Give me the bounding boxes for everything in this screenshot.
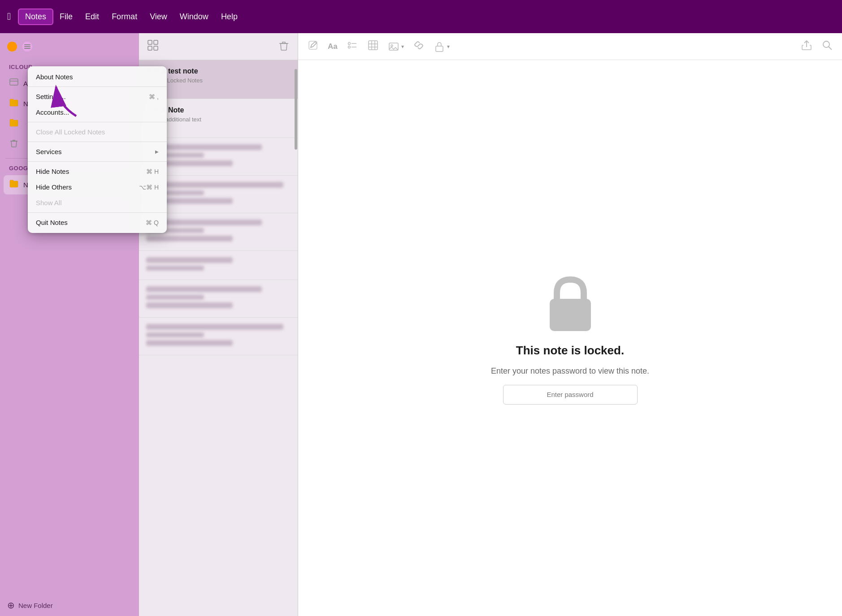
menu-sep-1 [28,86,167,87]
svg-point-12 [348,43,350,45]
svg-rect-8 [148,46,152,50]
font-size-icon[interactable]: Aa [328,42,338,51]
trash-icon [9,138,19,150]
note-detail-body: This note is locked. Enter your notes pa… [298,60,842,616]
menu-item-services[interactable]: Services [28,144,167,159]
svg-point-22 [391,45,393,47]
menubar-file[interactable]: File [53,9,79,24]
table-icon[interactable] [367,39,379,53]
menu-item-settings[interactable]: Settings... ⌘ , [28,89,167,104]
svg-rect-6 [148,40,152,44]
menu-sep-4 [28,161,167,162]
blur-line [146,236,233,241]
gallery-view-button[interactable] [145,38,161,55]
menubar-edit[interactable]: Edit [79,9,105,24]
menu-item-hide-others-label: Hide Others [36,183,72,191]
menubar-window[interactable]: Window [174,9,215,24]
svg-rect-27 [550,299,591,331]
svg-rect-16 [369,41,378,50]
menu-sep-5 [28,212,167,213]
menu-item-hide-notes-shortcut: ⌘ H [146,168,159,175]
blurred-note-5[interactable] [139,280,298,318]
svg-rect-3 [10,79,18,85]
svg-line-26 [829,47,832,50]
svg-line-23 [417,44,420,47]
menu-item-about-label: About Notes [36,73,73,81]
menu-item-settings-shortcut: ⌘ , [149,93,159,100]
note-detail-toolbar: Aa ▾ ▾ [298,33,842,60]
menu-item-hide-others[interactable]: Hide Others ⌥⌘ H [28,179,167,195]
menu-item-accounts-label: Accounts... [36,108,69,116]
quick-note-meta: 02 No additional text [146,116,291,123]
scrollbar-track[interactable] [294,60,298,616]
orange-icon-2[interactable] [22,42,32,52]
menu-item-quit[interactable]: Quit Notes ⌘ Q [28,215,167,230]
menu-item-hide-others-shortcut: ⌥⌘ H [139,184,159,191]
compose-icon[interactable] [307,39,319,53]
blur-line [146,266,204,271]
svg-rect-0 [24,44,30,45]
note-detail: Aa ▾ ▾ [298,33,842,616]
blur-line [146,324,283,330]
checklist-icon[interactable] [347,39,358,53]
svg-rect-7 [154,40,158,44]
blur-line [146,286,262,292]
new-folder-plus-icon: ⊕ [7,600,15,611]
menu-item-settings-label: Settings... [36,93,66,100]
scrollbar-thumb[interactable] [295,69,297,150]
quick-note-folder: Notes [146,124,291,130]
menu-item-close-locked: Close All Locked Notes [28,124,167,140]
selected-note-title: is is a test note [146,67,291,75]
sidebar-toolbar [0,33,139,60]
menubar-format[interactable]: Format [105,9,143,24]
selected-note-folder: Notes [146,85,291,91]
menu-item-hide-notes-label: Hide Notes [36,168,69,175]
blurred-note-6[interactable] [139,318,298,355]
app-container: iCloud All iCloud Notes [0,33,842,616]
search-toolbar-icon[interactable] [821,39,833,53]
menu-item-accounts[interactable]: Accounts... [28,104,167,120]
menu-sep-3 [28,142,167,142]
svg-rect-1 [24,46,30,47]
lock-icon-large [541,272,599,335]
folder2-icon [9,118,19,130]
new-folder-label: New Folder [18,602,53,609]
link-icon[interactable] [413,39,425,53]
blurred-note-4[interactable] [139,251,298,280]
blur-line [146,295,204,300]
new-folder-button[interactable]: ⊕ New Folder [0,594,139,616]
blur-line [146,332,204,337]
blur-line [146,302,233,308]
menu-item-quit-shortcut: ⌘ Q [146,219,159,226]
menu-item-services-label: Services [36,148,62,155]
notes-list-toolbar [139,33,298,60]
apple-menu-icon[interactable]:  [7,11,11,22]
password-input-container[interactable] [503,385,638,405]
password-input[interactable] [514,391,626,398]
locked-note-subtitle: Enter your notes password to view this n… [491,366,649,376]
lock-chevron: ▾ [447,43,450,50]
menu-item-close-locked-label: Close All Locked Notes [36,128,105,136]
menubar:  Notes File Edit Format View Window Hel… [0,0,842,33]
media-group[interactable]: ▾ [388,41,404,52]
lock-group[interactable]: ▾ [434,41,450,52]
quick-note-title: Quick Note [146,106,291,114]
menu-item-hide-notes[interactable]: Hide Notes ⌘ H [28,164,167,179]
menu-item-about[interactable]: About Notes [28,69,167,85]
svg-rect-9 [154,46,158,50]
menu-sep-2 [28,122,167,122]
blur-line [146,257,233,263]
menubar-view[interactable]: View [143,9,174,24]
menu-item-show-all: Show All [28,195,167,211]
menubar-help[interactable]: Help [215,9,244,24]
share-icon[interactable] [801,39,812,53]
google-notes-icon [9,179,19,191]
svg-rect-2 [24,48,30,49]
selected-note-meta: 02 🔒 Locked Notes [146,77,291,84]
menubar-notes[interactable]: Notes [18,9,53,25]
all-icloud-icon [9,78,19,90]
trash-note-button[interactable] [276,38,291,55]
menu-item-quit-label: Quit Notes [36,219,68,226]
notes-folder-icon [9,98,19,110]
menu-item-show-all-label: Show All [36,199,62,207]
